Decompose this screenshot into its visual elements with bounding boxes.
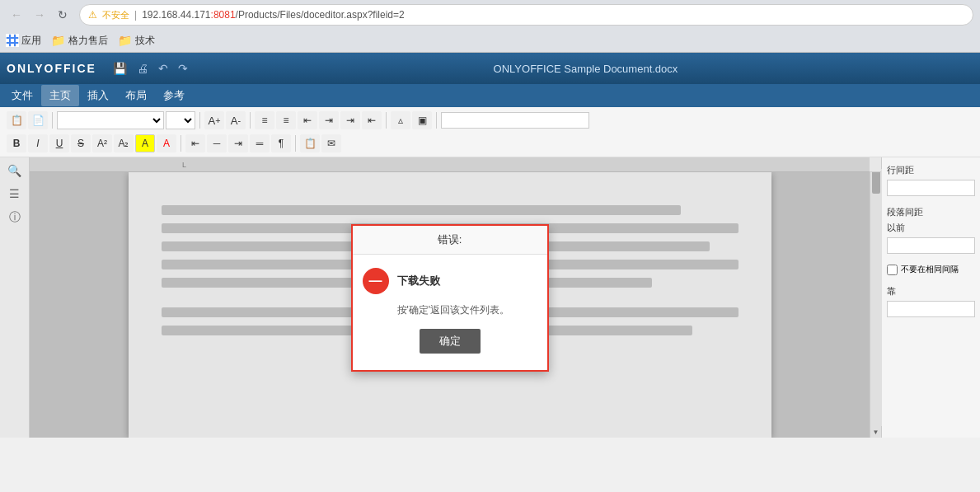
app-title: ONLYOFFICE Sample Document.docx <box>198 63 973 75</box>
bold-button[interactable]: B <box>7 134 26 152</box>
app-logo: ONLYOFFICE <box>7 62 96 75</box>
paste-button[interactable]: 📄 <box>28 111 48 129</box>
toolbar-sep-4 <box>386 112 387 129</box>
bookmark-apps-label: 应用 <box>21 34 41 48</box>
font-family-select[interactable] <box>57 111 164 129</box>
confirm-button[interactable]: 确定 <box>420 329 481 354</box>
indent-left-button[interactable]: ⇥ <box>340 111 360 129</box>
mail-button[interactable]: ✉ <box>321 134 341 152</box>
folder-icon-2: 📁 <box>118 34 132 47</box>
modal-footer: 确定 <box>363 329 537 360</box>
align-item: 靠 <box>887 285 975 317</box>
font-color-button[interactable]: A <box>157 134 176 152</box>
indent-less-button[interactable]: ⇤ <box>298 111 317 129</box>
nav-refresh-button[interactable]: ↻ <box>53 5 73 25</box>
info-sidebar-icon[interactable]: ⓘ <box>9 210 21 225</box>
copy2-button[interactable]: 📋 <box>300 134 320 152</box>
apps-icon <box>7 35 18 46</box>
style-selector[interactable] <box>441 112 589 129</box>
address-bar[interactable]: ⚠ 不安全 | 192.168.44.171:8081/Products/Fil… <box>79 4 973 26</box>
line-spacing-label: 行间距 <box>887 164 975 176</box>
toolbar-sep-7 <box>295 135 296 152</box>
menu-home[interactable]: 主页 <box>41 85 79 106</box>
shapes-button[interactable]: ▵ <box>391 111 410 129</box>
scroll-thumb[interactable] <box>872 169 880 194</box>
toolbar-sep-2 <box>199 112 200 129</box>
modal-header: 错误: <box>353 226 547 255</box>
error-icon: — <box>363 268 389 294</box>
toolbar-sep-1 <box>52 112 53 129</box>
font-size-select[interactable] <box>166 111 195 129</box>
before-label: 以前 <box>887 222 975 234</box>
italic-button[interactable]: I <box>28 134 48 152</box>
no-space-checkbox-row: 不要在相同间隔 <box>887 264 975 275</box>
security-icon: ⚠ <box>88 9 97 21</box>
browser-nav-bar: ← → ↻ ⚠ 不安全 | 192.168.44.171:8081/Produc… <box>0 0 980 30</box>
menu-reference[interactable]: 参考 <box>155 85 193 106</box>
align-left-button[interactable]: ⇤ <box>185 134 205 152</box>
table-button[interactable]: ▣ <box>412 111 432 129</box>
modal-error-row: — 下载失败 <box>363 268 537 294</box>
redo-icon[interactable]: ↷ <box>176 60 190 77</box>
indent-right-button[interactable]: ⇤ <box>362 111 382 129</box>
list-outdent-button[interactable]: ≡ <box>276 111 296 129</box>
logo-text: ONLYOFFICE <box>7 62 96 75</box>
menu-bar: 文件 主页 插入 布局 参考 <box>0 84 980 107</box>
underline-button[interactable]: U <box>49 134 69 152</box>
paragraph-spacing-label: 段落间距 <box>887 206 975 218</box>
font-size-decrease-button[interactable]: A- <box>226 111 246 129</box>
print-icon[interactable]: 🖨 <box>135 60 150 77</box>
app-header: ONLYOFFICE 💾 🖨 ↶ ↷ ONLYOFFICE Sample Doc… <box>0 53 980 84</box>
vertical-scrollbar[interactable]: ▲ ▼ <box>870 157 881 438</box>
font-size-increase-button[interactable]: A+ <box>204 111 224 129</box>
address-separator: | <box>134 9 137 21</box>
editor-main[interactable]: 错误: — 下载失败 按'确定'返回该文件列表。 确定 <box>30 157 870 438</box>
paragraph-button[interactable]: ¶ <box>271 134 291 152</box>
menu-insert[interactable]: 插入 <box>79 85 117 106</box>
subscript-button[interactable]: A₂ <box>114 134 134 152</box>
indent-more-button[interactable]: ⇥ <box>319 111 339 129</box>
scroll-track[interactable] <box>870 169 882 426</box>
list-indent-button[interactable]: ≡ <box>255 111 274 129</box>
nav-back-button[interactable]: ← <box>7 5 26 25</box>
align-label: 靠 <box>887 285 975 298</box>
undo-icon[interactable]: ↶ <box>157 60 170 77</box>
no-space-label: 不要在相同间隔 <box>901 264 959 275</box>
error-message: 按'确定'返回该文件列表。 <box>397 302 537 317</box>
highlight-button[interactable]: A <box>135 134 155 152</box>
error-dialog: 错误: — 下载失败 按'确定'返回该文件列表。 确定 <box>351 224 549 372</box>
search-sidebar-icon[interactable]: 🔍 <box>7 164 21 177</box>
menu-file[interactable]: 文件 <box>3 85 41 106</box>
toolbar: 📋 📄 A+ A- ≡ ≡ ⇤ ⇥ ⇥ ⇤ ▵ ▣ B I U S A² A₂ … <box>0 107 980 157</box>
line-spacing-item: 行间距 <box>887 164 975 196</box>
error-title: 下载失败 <box>397 274 440 288</box>
align-center-button[interactable]: ─ <box>207 134 227 152</box>
paragraph-before-input[interactable] <box>887 237 975 254</box>
align-right-button[interactable]: ⇥ <box>228 134 248 152</box>
copy-button[interactable]: 📋 <box>7 111 26 129</box>
paragraph-spacing-item: 段落间距 以前 <box>887 206 975 254</box>
bookmark-apps[interactable]: 应用 <box>7 34 41 48</box>
toolbar-sep-5 <box>436 112 437 129</box>
bookmark-geli-label: 格力售后 <box>68 34 108 48</box>
editor-container: 🔍 ☰ ⓘ L 错误: — <box>0 157 980 438</box>
align-justify-button[interactable]: ═ <box>250 134 270 152</box>
scroll-down-arrow[interactable]: ▼ <box>870 426 882 438</box>
line-spacing-input[interactable] <box>887 180 975 196</box>
bookmark-tech[interactable]: 📁 技术 <box>118 34 155 48</box>
bookmark-geli[interactable]: 📁 格力售后 <box>51 34 108 48</box>
editor-sidebar-left: 🔍 ☰ ⓘ <box>0 157 30 438</box>
strikethrough-button[interactable]: S <box>71 134 91 152</box>
headings-sidebar-icon[interactable]: ☰ <box>9 187 20 200</box>
align-input[interactable] <box>887 301 975 317</box>
nav-forward-button[interactable]: → <box>30 5 49 25</box>
right-panel: 行间距 段落间距 以前 不要在相同间隔 靠 <box>881 157 980 438</box>
no-space-checkbox[interactable] <box>887 265 898 275</box>
modal-overlay: 错误: — 下载失败 按'确定'返回该文件列表。 确定 <box>30 157 870 438</box>
security-label: 不安全 <box>102 9 129 21</box>
save-icon[interactable]: 💾 <box>111 60 129 77</box>
error-icon-symbol: — <box>369 274 382 288</box>
menu-layout[interactable]: 布局 <box>117 85 155 106</box>
superscript-button[interactable]: A² <box>92 134 112 152</box>
toolbar-sep-6 <box>181 135 181 152</box>
